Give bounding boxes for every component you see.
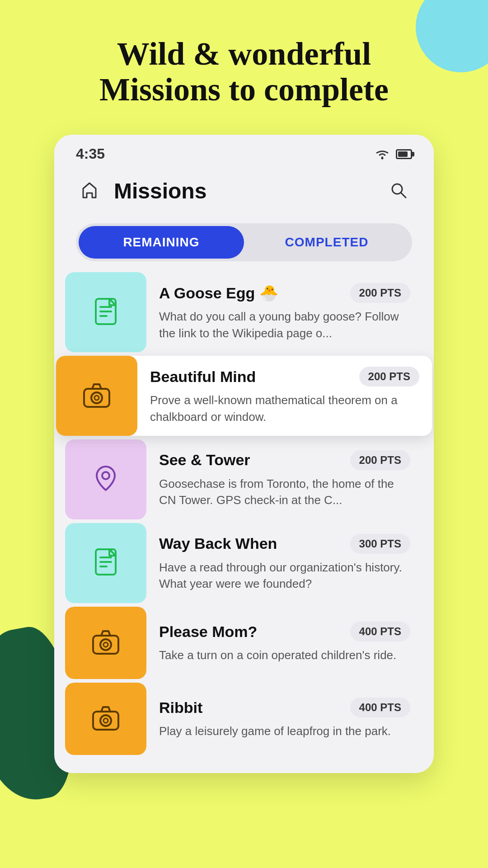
mission-item-beautiful-mind[interactable]: Beautiful Mind 200 PTS Prove a well-know… — [56, 356, 432, 436]
mission-header-row-beautiful-mind: Beautiful Mind 200 PTS — [150, 367, 419, 387]
document-icon-goose-egg — [89, 295, 122, 330]
mission-header-row-way-back-when: Way Back When 300 PTS — [159, 534, 410, 554]
phone-mockup: 4:35 Missions — [54, 135, 434, 773]
tab-switcher: REMAINING COMPLETED — [76, 223, 412, 261]
mission-desc-ribbit: Play a leisurely game of leapfrog in the… — [159, 723, 410, 739]
mission-pts-goose-egg: 200 PTS — [350, 283, 410, 303]
mission-content-beautiful-mind: Beautiful Mind 200 PTS Prove a well-know… — [137, 356, 432, 436]
home-icon — [80, 180, 99, 200]
mission-icon-box-beautiful-mind — [56, 356, 137, 436]
location-icon-see-tower — [89, 462, 122, 496]
mission-header-row-ribbit: Ribbit 400 PTS — [159, 698, 410, 717]
mission-desc-beautiful-mind: Prove a well-known mathematical theorem … — [150, 392, 419, 425]
svg-point-20 — [103, 718, 108, 723]
svg-point-19 — [100, 715, 111, 726]
battery-icon — [396, 149, 412, 159]
mission-desc-please-mom: Take a turn on a coin operated children'… — [159, 647, 410, 663]
mission-desc-way-back-when: Have a read through our organization's h… — [159, 559, 410, 592]
svg-point-10 — [102, 472, 109, 479]
status-icons — [374, 148, 412, 160]
svg-point-0 — [381, 157, 384, 159]
mission-icon-box-ribbit — [65, 683, 146, 755]
mission-pts-ribbit: 400 PTS — [350, 698, 410, 717]
page-heading: Wild & wonderful Missions to complete — [0, 0, 488, 135]
mission-title-please-mom: Please Mom? — [159, 623, 257, 641]
mission-icon-box-see-tower — [65, 439, 146, 519]
camera-icon-ribbit — [89, 702, 122, 736]
camera-icon-please-mom — [89, 626, 122, 660]
mission-desc-goose-egg: What do you call a young baby goose? Fol… — [159, 308, 410, 341]
mission-pts-beautiful-mind: 200 PTS — [359, 367, 419, 387]
mission-header-row-please-mom: Please Mom? 400 PTS — [159, 622, 410, 642]
mission-content-way-back-when: Way Back When 300 PTS Have a read throug… — [146, 523, 423, 603]
mission-pts-please-mom: 400 PTS — [350, 622, 410, 642]
mission-title-ribbit: Ribbit — [159, 699, 202, 717]
search-icon — [389, 180, 408, 200]
mission-item-way-back-when[interactable]: Way Back When 300 PTS Have a read throug… — [65, 523, 423, 603]
mission-item-goose-egg[interactable]: A Goose Egg 🐣 200 PTS What do you call a… — [65, 272, 423, 352]
mission-title-goose-egg: A Goose Egg 🐣 — [159, 284, 278, 302]
mission-content-see-tower: See & Tower 200 PTS Goosechase is from T… — [146, 439, 423, 519]
tab-remaining[interactable]: REMAINING — [79, 226, 244, 259]
mission-icon-box-please-mom — [65, 607, 146, 679]
home-button[interactable] — [76, 177, 103, 205]
status-time: 4:35 — [76, 146, 105, 162]
mission-title-see-tower: See & Tower — [159, 451, 250, 469]
svg-point-16 — [100, 639, 111, 650]
mission-item-ribbit[interactable]: Ribbit 400 PTS Play a leisurely game of … — [65, 683, 423, 755]
document-icon-way-back-when — [89, 546, 122, 580]
mission-item-please-mom[interactable]: Please Mom? 400 PTS Take a turn on a coi… — [65, 607, 423, 679]
svg-line-2 — [401, 193, 406, 198]
mission-icon-box-way-back-when — [65, 523, 146, 603]
mission-pts-way-back-when: 300 PTS — [350, 534, 410, 554]
mission-header-row-see-tower: See & Tower 200 PTS — [159, 450, 410, 470]
mission-icon-box-goose-egg — [65, 272, 146, 352]
camera-icon-beautiful-mind — [80, 379, 113, 413]
mission-title-way-back-when: Way Back When — [159, 535, 277, 552]
mission-content-please-mom: Please Mom? 400 PTS Take a turn on a coi… — [146, 607, 423, 679]
mission-desc-see-tower: Goosechase is from Toronto, the home of … — [159, 476, 410, 509]
mission-header-row-goose-egg: A Goose Egg 🐣 200 PTS — [159, 283, 410, 303]
mission-list: A Goose Egg 🐣 200 PTS What do you call a… — [54, 272, 434, 773]
wifi-icon — [374, 148, 390, 160]
svg-point-9 — [94, 396, 99, 400]
search-button[interactable] — [385, 177, 412, 205]
app-title: Missions — [114, 179, 206, 203]
svg-point-8 — [91, 392, 102, 403]
svg-point-17 — [103, 642, 108, 647]
mission-title-beautiful-mind: Beautiful Mind — [150, 368, 256, 386]
app-header: Missions — [54, 168, 434, 216]
mission-pts-see-tower: 200 PTS — [350, 450, 410, 470]
header-left: Missions — [76, 177, 206, 205]
tab-completed[interactable]: COMPLETED — [244, 226, 409, 259]
mission-content-ribbit: Ribbit 400 PTS Play a leisurely game of … — [146, 683, 423, 755]
mission-item-see-tower[interactable]: See & Tower 200 PTS Goosechase is from T… — [65, 439, 423, 519]
status-bar: 4:35 — [54, 135, 434, 168]
mission-content-goose-egg: A Goose Egg 🐣 200 PTS What do you call a… — [146, 272, 423, 352]
